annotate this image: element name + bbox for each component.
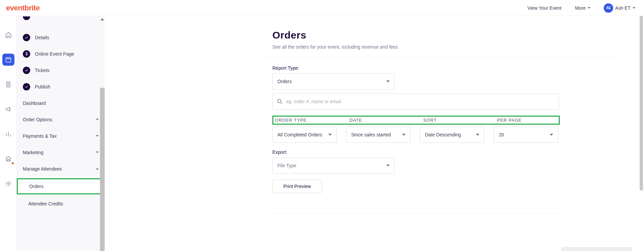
date-select[interactable]: Since sales started xyxy=(346,127,411,143)
nav-dashboard[interactable]: Dashboard xyxy=(17,95,105,111)
col-date-label: DATE xyxy=(350,118,423,123)
nav-label: Dashboard xyxy=(23,101,46,106)
check-icon xyxy=(23,83,30,90)
partial-button[interactable] xyxy=(561,247,632,251)
nav-list: Details 3 Online Event Page Tickets Publ… xyxy=(17,16,105,212)
chevron-down-icon xyxy=(588,7,590,9)
select-value: All Completed Orders xyxy=(277,132,322,137)
divider xyxy=(267,213,559,213)
sub-nav-orders[interactable]: Orders xyxy=(18,179,103,193)
chevron-down-icon xyxy=(328,134,332,136)
svg-rect-0 xyxy=(6,58,11,62)
svg-line-4 xyxy=(280,102,282,104)
nav-label: Manage Attendees xyxy=(23,166,62,172)
select-value: 20 xyxy=(499,132,504,137)
filter-header-highlight: ORDER TYPE DATE SORT PER PAGE xyxy=(272,116,560,125)
marketing-icon[interactable] xyxy=(2,103,14,115)
events-icon[interactable] xyxy=(2,54,14,66)
side-panel: Details 3 Online Event Page Tickets Publ… xyxy=(17,16,105,251)
report-type-select[interactable]: Orders xyxy=(272,73,395,89)
orders-icon[interactable] xyxy=(2,78,14,90)
chevron-up-icon xyxy=(96,168,99,170)
page-title: Orders xyxy=(272,29,644,41)
print-preview-button[interactable]: Print Preview xyxy=(272,180,322,193)
select-value: Orders xyxy=(277,79,292,84)
step-publish[interactable]: Publish xyxy=(17,78,105,95)
scroll-up-icon[interactable] xyxy=(101,18,104,20)
nav-label: Order Options xyxy=(23,117,52,122)
sub-orders-highlight: Orders xyxy=(17,178,104,194)
sub-label: Orders xyxy=(29,184,44,189)
main-scrollbar-track xyxy=(637,16,644,251)
search-input[interactable] xyxy=(286,99,555,104)
chevron-down-icon xyxy=(633,7,635,9)
col-sort-label: SORT xyxy=(423,118,497,123)
export-label: Export: xyxy=(272,149,644,155)
svg-point-2 xyxy=(7,183,9,185)
panel-scrollbar[interactable] xyxy=(100,88,105,251)
select-value: File Type xyxy=(277,163,297,168)
clipped-step-icon xyxy=(23,16,30,20)
nav-marketing[interactable]: Marketing xyxy=(17,144,105,161)
chevron-down-icon xyxy=(386,165,390,167)
check-icon xyxy=(23,34,30,41)
avatar: AE xyxy=(604,3,613,13)
select-value: Since sales started xyxy=(351,132,391,137)
step-details[interactable]: Details xyxy=(17,29,105,46)
report-type-label: Report Type: xyxy=(272,65,644,71)
button-label: Print Preview xyxy=(283,184,311,189)
chevron-down-icon xyxy=(386,80,390,82)
step-label: Publish xyxy=(35,84,50,89)
chevron-down-icon xyxy=(476,134,479,136)
nav-label: Payments & Tax xyxy=(23,133,57,139)
view-event-label: View Your Event xyxy=(527,5,561,11)
home-icon[interactable] xyxy=(2,29,14,41)
filter-row: All Completed Orders Since sales started… xyxy=(272,127,644,143)
search-icon xyxy=(277,99,283,105)
sub-label: Attendee Credits xyxy=(28,201,63,206)
top-bar: eventbrite View Your Event More AE Ash E… xyxy=(0,0,644,16)
user-menu[interactable]: AE Ash ET xyxy=(604,3,635,13)
sub-nav-attendee-credits[interactable]: Attendee Credits xyxy=(17,196,105,212)
sort-select[interactable]: Date Descending xyxy=(420,127,484,143)
view-your-event-link[interactable]: View Your Event xyxy=(527,5,561,11)
reports-icon[interactable] xyxy=(2,128,14,140)
chevron-down-icon xyxy=(96,151,99,153)
search-box[interactable] xyxy=(272,93,559,110)
step-number-icon: 3 xyxy=(23,50,30,58)
order-type-select[interactable]: All Completed Orders xyxy=(272,127,337,143)
step-tickets[interactable]: Tickets xyxy=(17,62,105,78)
step-online-event-page[interactable]: 3 Online Event Page xyxy=(17,46,105,62)
notification-dot-icon xyxy=(12,162,14,164)
settings-icon[interactable] xyxy=(2,178,14,190)
chevron-down-icon xyxy=(402,134,406,136)
top-right: View Your Event More AE Ash ET xyxy=(527,3,635,13)
nav-manage-attendees[interactable]: Manage Attendees xyxy=(17,161,105,177)
workspace: Details 3 Online Event Page Tickets Publ… xyxy=(0,16,644,251)
export-select[interactable]: File Type xyxy=(272,158,395,174)
col-per-page-label: PER PAGE xyxy=(497,118,522,123)
user-name-label: Ash ET xyxy=(615,5,631,11)
check-icon xyxy=(23,67,30,74)
divider xyxy=(266,57,620,57)
nav-order-options[interactable]: Order Options xyxy=(17,111,105,128)
chevron-down-icon xyxy=(550,134,553,136)
main-content: Orders See all the orders for your event… xyxy=(105,16,644,251)
finance-icon[interactable] xyxy=(2,153,14,165)
nav-payments-tax[interactable]: Payments & Tax xyxy=(17,128,105,144)
select-value: Date Descending xyxy=(425,132,461,137)
chevron-down-icon xyxy=(96,135,99,137)
icon-rail xyxy=(0,16,17,251)
page-subtitle: See all the orders for your event, inclu… xyxy=(272,44,644,50)
chevron-down-icon xyxy=(96,119,99,120)
more-label: More xyxy=(575,5,586,11)
more-menu[interactable]: More xyxy=(575,5,590,11)
svg-point-3 xyxy=(277,99,281,103)
step-label: Details xyxy=(35,35,49,40)
nav-label: Marketing xyxy=(23,150,43,155)
step-label: Online Event Page xyxy=(35,51,74,57)
per-page-select[interactable]: 20 xyxy=(494,127,558,143)
main-scrollbar-thumb[interactable] xyxy=(640,16,643,190)
brand-logo[interactable]: eventbrite xyxy=(6,4,40,12)
col-order-type-label: ORDER TYPE xyxy=(275,118,350,123)
